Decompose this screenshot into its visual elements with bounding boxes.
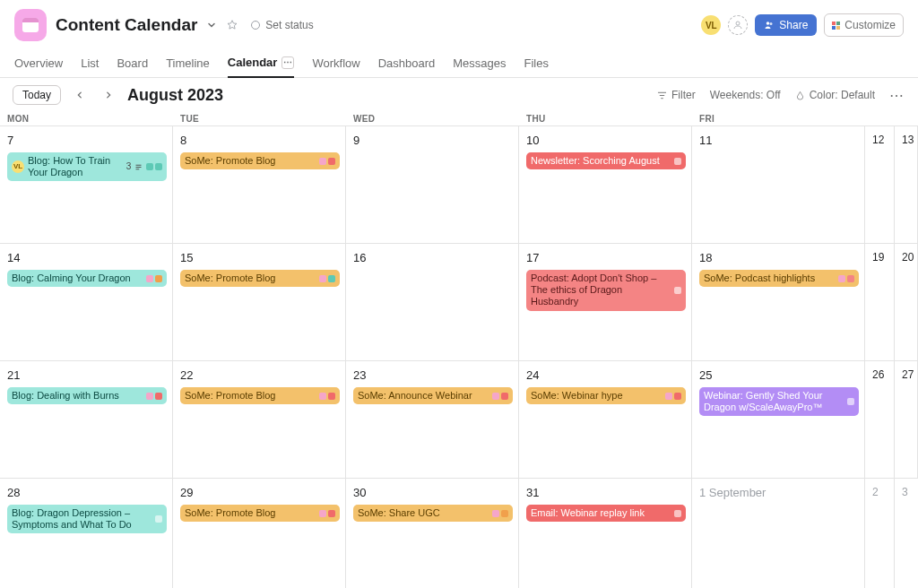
calendar-weekend-cell[interactable]: 13 — [895, 126, 918, 244]
date-number: 27 — [902, 368, 912, 381]
tab-dashboard[interactable]: Dashboard — [378, 50, 436, 77]
date-number: 20 — [902, 251, 912, 264]
date-number: 3 — [902, 486, 913, 498]
task-field-chips — [319, 275, 335, 282]
calendar-cell[interactable]: 17Podcast: Adopt Don't Shop – The ethics… — [519, 244, 692, 361]
task-field-chips — [146, 163, 162, 170]
calendar-toolbar: Today August 2023 Filter Weekends: Off C… — [0, 78, 918, 112]
calendar-cell[interactable]: 1 September — [692, 479, 865, 588]
calendar-cell[interactable]: 9 — [346, 126, 519, 244]
next-month-button[interactable] — [99, 85, 118, 105]
calendar-cell[interactable]: 18SoMe: Podcast highlights — [692, 244, 865, 361]
calendar-cell[interactable]: 10Newsletter: Scorching August — [519, 126, 692, 244]
task-field-chips — [319, 393, 335, 400]
field-chip — [328, 275, 335, 282]
task-pill[interactable]: Webinar: Gently Shed Your Dragon w/Scale… — [699, 387, 859, 416]
calendar-weekend-cell[interactable]: 12 — [865, 126, 895, 244]
calendar-weekend-cell[interactable]: 3 — [895, 479, 918, 588]
calendar-cell[interactable]: 14Blog: Calming Your Dragon — [0, 244, 173, 361]
tab-calendar[interactable]: Calendar⋯ — [228, 50, 295, 78]
favorite-star-icon[interactable] — [226, 19, 238, 31]
task-pill[interactable]: Email: Webinar replay link — [526, 505, 686, 522]
task-pill[interactable]: Podcast: Adopt Don't Shop – The ethics o… — [526, 270, 686, 311]
calendar-cell[interactable]: 7VLBlog: How To Train Your Dragon3 — [0, 126, 173, 244]
prev-month-button[interactable] — [70, 85, 90, 105]
calendar-weekend-cell[interactable]: 20 — [895, 244, 918, 361]
tab-list[interactable]: List — [81, 50, 99, 77]
task-pill[interactable]: Blog: Calming Your Dragon — [7, 270, 167, 287]
calendar-cell[interactable]: 21Blog: Dealing with Burns — [0, 361, 173, 479]
tab-messages[interactable]: Messages — [453, 50, 506, 77]
project-icon[interactable] — [14, 9, 47, 41]
task-title: SoMe: Webinar hype — [531, 390, 662, 402]
field-chip — [328, 393, 335, 400]
share-button[interactable]: Share — [755, 14, 817, 36]
field-chip — [674, 158, 681, 165]
calendar-cell[interactable]: 31Email: Webinar replay link — [519, 479, 692, 588]
tab-workflow[interactable]: Workflow — [312, 50, 359, 77]
calendar-weekend-cell[interactable]: 27 — [895, 361, 918, 479]
calendar-cell[interactable]: 23SoMe: Announce Webinar — [346, 361, 519, 479]
customize-grid-icon — [832, 22, 840, 30]
today-button[interactable]: Today — [13, 85, 61, 105]
task-pill[interactable]: SoMe: Announce Webinar — [353, 387, 513, 404]
tab-files[interactable]: Files — [524, 50, 549, 77]
calendar-cell[interactable]: 11 — [692, 126, 865, 244]
calendar-cell[interactable]: 16 — [346, 244, 519, 361]
task-pill[interactable]: SoMe: Webinar hype — [526, 387, 686, 404]
calendar-cell[interactable]: 28Blog: Dragon Depression – Symptoms and… — [0, 479, 173, 588]
task-pill[interactable]: SoMe: Podcast highlights — [699, 270, 859, 287]
task-field-chips — [319, 510, 335, 517]
task-pill[interactable]: SoMe: Share UGC — [353, 505, 513, 522]
customize-button[interactable]: Customize — [824, 13, 904, 37]
calendar-glyph-icon — [22, 18, 39, 32]
field-chip — [155, 163, 162, 170]
task-title: SoMe: Announce Webinar — [358, 390, 489, 402]
date-number: 18 — [699, 251, 859, 264]
member-avatar[interactable]: VL — [701, 15, 721, 35]
task-pill[interactable]: SoMe: Promote Blog — [180, 387, 340, 404]
color-menu[interactable]: Color: Default — [795, 89, 875, 101]
task-pill[interactable]: SoMe: Promote Blog — [180, 152, 340, 169]
calendar-grid: 7VLBlog: How To Train Your Dragon3 8SoMe… — [0, 125, 918, 588]
calendar-cell[interactable]: 15SoMe: Promote Blog — [173, 244, 346, 361]
add-member-button[interactable] — [728, 15, 748, 35]
tab-label: List — [81, 56, 99, 70]
task-pill[interactable]: SoMe: Promote Blog — [180, 270, 340, 287]
tab-overview[interactable]: Overview — [14, 50, 63, 77]
task-pill[interactable]: Newsletter: Scorching August — [526, 152, 686, 169]
task-pill[interactable]: SoMe: Promote Blog — [180, 505, 340, 522]
tab-label: Files — [524, 56, 549, 70]
weekends-toggle[interactable]: Weekends: Off — [710, 89, 781, 101]
view-tabs: OverviewListBoardTimelineCalendar⋯Workfl… — [0, 45, 918, 78]
more-options-button[interactable]: ⋯ — [889, 87, 905, 104]
calendar-cell[interactable]: 30SoMe: Share UGC — [346, 479, 519, 588]
task-pill[interactable]: Blog: Dealing with Burns — [7, 387, 167, 404]
date-number: 2 — [872, 486, 888, 498]
filter-button[interactable]: Filter — [657, 89, 696, 101]
day-header: TUE — [173, 112, 346, 125]
project-title: Content Calendar — [56, 15, 197, 35]
calendar-cell[interactable]: 8SoMe: Promote Blog — [173, 126, 346, 244]
day-header: WED — [346, 112, 519, 125]
month-title: August 2023 — [127, 86, 223, 105]
tab-timeline[interactable]: Timeline — [166, 50, 210, 77]
tab-board[interactable]: Board — [117, 50, 148, 77]
calendar-cell[interactable]: 25Webinar: Gently Shed Your Dragon w/Sca… — [692, 361, 865, 479]
task-field-chips — [155, 515, 162, 523]
calendar-cell[interactable]: 29SoMe: Promote Blog — [173, 479, 346, 588]
calendar-weekend-cell[interactable]: 26 — [865, 361, 895, 479]
task-pill[interactable]: VLBlog: How To Train Your Dragon3 — [7, 152, 167, 181]
date-number: 23 — [353, 368, 513, 382]
calendar-cell[interactable]: 22SoMe: Promote Blog — [173, 361, 346, 479]
tab-options-icon[interactable]: ⋯ — [281, 56, 294, 69]
day-header-weekend — [865, 112, 895, 125]
set-status-button[interactable]: Set status — [251, 19, 313, 31]
project-menu-chevron-icon[interactable] — [206, 20, 217, 30]
calendar-cell[interactable]: 24SoMe: Webinar hype — [519, 361, 692, 479]
calendar-weekend-cell[interactable]: 19 — [865, 244, 895, 361]
status-circle-icon — [251, 21, 260, 30]
task-pill[interactable]: Blog: Dragon Depression – Symptoms and W… — [7, 505, 167, 533]
calendar-weekend-cell[interactable]: 2 — [865, 479, 895, 588]
field-chip — [674, 393, 681, 400]
